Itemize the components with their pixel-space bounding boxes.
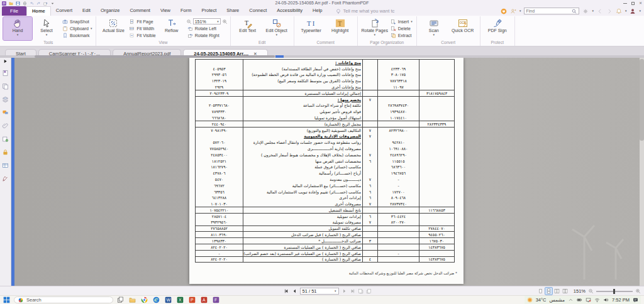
find-box[interactable]	[524, 8, 579, 14]
ribbon-tab-share[interactable]: Share	[221, 6, 244, 16]
rotate-right-button[interactable]: Rotate Right	[186, 32, 228, 38]
fit-page-button[interactable]: Fit Page	[128, 18, 157, 24]
display-icon[interactable]	[586, 297, 591, 303]
delete-button[interactable]: Delete	[389, 25, 414, 31]
zoom-slider[interactable]	[596, 291, 633, 292]
chrome-icon[interactable]	[141, 296, 148, 303]
open-folder-icon[interactable]	[9, 1, 13, 6]
fit-visible-button[interactable]: Fit Visible	[128, 32, 157, 38]
stamps-panel-icon[interactable]	[2, 136, 9, 143]
ribbon-tab-view[interactable]: View	[155, 6, 175, 16]
next-page-icon[interactable]	[341, 288, 347, 294]
scan-button[interactable]: Scan▾	[419, 17, 448, 40]
zoom-in-icon[interactable]	[635, 288, 641, 294]
restore-button[interactable]	[631, 2, 635, 5]
prev-view-icon[interactable]	[358, 288, 364, 294]
zoom-in-icon[interactable]	[222, 19, 228, 24]
avatar-icon[interactable]	[630, 8, 636, 14]
tell-me-box[interactable]: Tell me what you want tc	[335, 8, 441, 14]
taskbar-search[interactable]: Search	[14, 296, 113, 303]
file-explorer-icon[interactable]	[129, 296, 136, 303]
security-panel-icon[interactable]	[2, 149, 9, 156]
gear-caret[interactable]: ▾	[592, 9, 594, 13]
zoom-slider-thumb[interactable]	[613, 289, 615, 294]
wifi-icon[interactable]	[594, 297, 600, 303]
clock[interactable]: 7:52 PM	[612, 297, 630, 303]
close-button[interactable]: ✕	[639, 1, 642, 5]
quick-ocr-button[interactable]: OCRQuick OCR	[448, 17, 477, 40]
insert-button[interactable]: Insert▾	[389, 18, 414, 24]
collapse-pin-icon[interactable]	[3, 59, 8, 63]
select-button[interactable]: Select▾	[32, 17, 61, 40]
minimize-button[interactable]	[623, 3, 627, 4]
fields-panel-icon[interactable]	[2, 162, 9, 169]
weather-description[interactable]: مشمس	[549, 297, 565, 303]
customize-caret-icon[interactable]	[50, 1, 55, 6]
attachments-panel-icon[interactable]	[2, 122, 9, 129]
account-caret[interactable]: ▾	[639, 9, 641, 13]
zoom-level-combobox[interactable]: 151%▾	[193, 18, 221, 24]
excel-icon[interactable]: X	[177, 296, 184, 303]
edit-text-button[interactable]: TEdit Text	[233, 17, 262, 40]
vertical-scrollbar-thumb[interactable]	[640, 59, 644, 141]
rotate-left-button[interactable]: Rotate Left	[186, 25, 228, 31]
ribbon-tab-form[interactable]: Form	[175, 6, 197, 16]
bookmark-button[interactable]: Bookmark	[61, 32, 93, 38]
horizontal-scrollbar-thumb[interactable]	[35, 55, 275, 58]
print-icon[interactable]	[23, 1, 27, 6]
bell-icon[interactable]	[616, 8, 622, 14]
ribbon-tab-convert[interactable]: Convert	[51, 6, 77, 16]
find-search-icon[interactable]	[571, 8, 577, 14]
powerpoint-icon[interactable]: P	[189, 296, 196, 303]
page-number-box[interactable]: 51 / 51▾	[300, 288, 339, 295]
next-arrow-icon[interactable]	[606, 8, 613, 14]
edge-icon[interactable]	[153, 296, 160, 303]
zoom-out-icon[interactable]	[588, 288, 594, 294]
battery-icon[interactable]	[577, 297, 582, 303]
layout-book-icon[interactable]	[562, 288, 569, 295]
bookmarks-panel-icon[interactable]	[2, 70, 9, 77]
prev-page-icon[interactable]	[292, 288, 297, 294]
start-button[interactable]	[3, 296, 10, 303]
clipboard-button[interactable]: Clipboard▾	[61, 25, 93, 31]
share-icon[interactable]	[43, 1, 48, 6]
zoom-caret[interactable]: ▾	[217, 20, 219, 23]
ribbon-tab-comment[interactable]: Comment	[125, 6, 155, 16]
extract-button[interactable]: Extract	[389, 32, 414, 38]
actual-size-button[interactable]: Actual Size	[99, 17, 128, 40]
highlight-button[interactable]: THighlight	[326, 17, 355, 40]
prev-arrow-icon[interactable]	[597, 8, 603, 14]
edit-object-button[interactable]: Edit Object▾	[262, 17, 291, 40]
redo-icon[interactable]	[36, 1, 41, 6]
ribbon-tab-accessibility[interactable]: Accessibility	[272, 6, 308, 16]
gear-icon[interactable]	[582, 8, 589, 14]
comments-panel-icon[interactable]	[2, 109, 9, 116]
reflow-button[interactable]: Reflow	[157, 17, 186, 40]
bell-caret[interactable]: ▾	[625, 9, 627, 13]
acrobat-icon[interactable]: A	[201, 296, 208, 303]
horizontal-scrollbar[interactable]	[0, 55, 644, 58]
ribbon-tab-help[interactable]: Help	[308, 6, 327, 16]
ribbon-tab-edit[interactable]: Edit	[77, 6, 96, 16]
first-page-icon[interactable]	[284, 288, 289, 294]
invite-icon[interactable]	[510, 8, 516, 14]
pdf-sign-button[interactable]: PDF Sign	[483, 17, 512, 40]
signatures-panel-icon[interactable]	[2, 175, 9, 182]
chevron-up-icon[interactable]	[568, 297, 574, 303]
find-input[interactable]	[526, 9, 570, 13]
weather-temperature[interactable]: 34°C	[536, 297, 547, 303]
foxit-icon[interactable]: F	[213, 296, 219, 303]
chat-icon[interactable]	[633, 297, 638, 303]
layout-single-icon[interactable]	[537, 288, 544, 295]
pages-panel-icon[interactable]	[2, 83, 9, 90]
ribbon-tab-connect[interactable]: Connect	[244, 6, 272, 16]
ribbon-tab-organize[interactable]: Organize	[96, 6, 125, 16]
save-icon[interactable]	[16, 1, 20, 6]
zoom-out-icon[interactable]	[186, 19, 192, 24]
page-box-caret[interactable]: ▾	[335, 290, 336, 293]
typewriter-button[interactable]: TITypewriter	[297, 17, 326, 40]
task-view-icon[interactable]	[117, 296, 124, 303]
speaker-icon[interactable]	[603, 297, 609, 303]
snapshot-button[interactable]: SnapShot	[61, 18, 93, 24]
vertical-scrollbar[interactable]	[640, 58, 644, 286]
